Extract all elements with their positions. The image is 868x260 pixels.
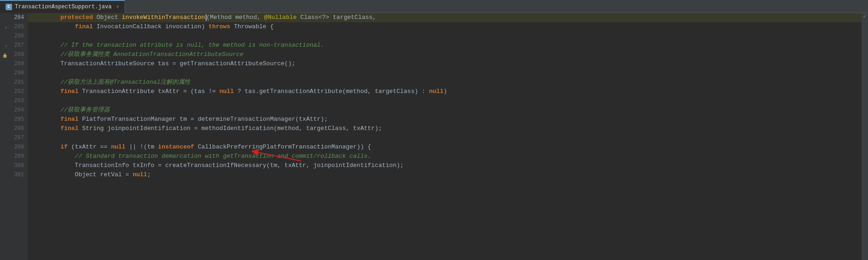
line-number: ▽285 (0, 22, 28, 31)
token: //获取事务属性类 AnnotationTransactionAttribute… (31, 50, 244, 59)
line-number: 294 (0, 105, 28, 115)
code-line: final TransactionAttribute txAttr = (tas… (28, 87, 862, 96)
token: // If the transaction attribute is null,… (31, 41, 324, 50)
fold-icon[interactable]: ▽ (2, 24, 7, 29)
token: final (60, 124, 78, 133)
file-type-icon: C (6, 4, 12, 10)
line-number: 299 (0, 152, 28, 161)
token: final (75, 22, 93, 31)
line-number: 290 (0, 68, 28, 78)
code-line: TransactionAttributeSource tas = getTran… (28, 59, 862, 68)
token: // Standard transaction demarcation with… (31, 152, 371, 161)
line-number: 289 (0, 59, 28, 68)
code-line: final String joinpointIdentification = m… (28, 124, 862, 133)
token: null (220, 87, 234, 96)
token: Object retVal = (31, 170, 132, 180)
code-line: protected Object invokeWithinTransaction… (28, 13, 862, 22)
token: final (60, 87, 78, 96)
token: ) (443, 87, 447, 96)
code-content: protected Object invokeWithinTransaction… (28, 13, 862, 180)
token: null (429, 87, 443, 96)
token: ; (147, 170, 151, 180)
line-number-gutter: 284▽285286▽287🔒2882892902912922932942952… (0, 13, 28, 260)
code-line: // Standard transaction demarcation with… (28, 152, 862, 161)
token: //获取事务管理器 (31, 105, 110, 115)
code-line: TransactionInfo txInfo = createTransacti… (28, 161, 862, 170)
tab-label: TransactionAspectSupport.java (15, 4, 112, 10)
token: Throwable { (230, 22, 274, 31)
token: throws (208, 22, 230, 31)
line-number: 293 (0, 96, 28, 105)
token: TransactionInfo txInfo = createTransacti… (31, 161, 404, 170)
token: //获取方法上面有@Transactional注解的属性 (31, 78, 190, 87)
tab-bar: C TransactionAspectSupport.java × (0, 0, 868, 13)
code-line (28, 96, 862, 105)
token: invokeWithinTransaction (122, 13, 205, 22)
line-number: 284 (0, 13, 28, 22)
token: PlatformTransactionManager tm = determin… (78, 115, 327, 124)
token: Object (93, 13, 122, 22)
code-line (28, 31, 862, 41)
token: InvocationCallback invocation) (93, 22, 209, 31)
token: (txAttr == (68, 142, 111, 152)
token (31, 142, 60, 152)
code-line: //获取事务属性类 AnnotationTransactionAttribute… (28, 50, 862, 59)
fold-icon[interactable]: 🔒 (2, 51, 7, 57)
token (31, 87, 60, 96)
tab-close-icon[interactable]: × (116, 4, 120, 10)
code-line (28, 68, 862, 78)
code-line: final PlatformTransactionManager tm = de… (28, 115, 862, 124)
line-number: 🔒288 (0, 50, 28, 59)
line-number: 300 (0, 161, 28, 170)
line-number: ▽287 (0, 41, 28, 50)
token (31, 115, 60, 124)
code-line (28, 133, 862, 142)
fold-icon[interactable]: ▽ (2, 42, 7, 48)
code-area: 284▽285286▽287🔒2882892902912922932942952… (0, 13, 868, 260)
token: null (132, 170, 147, 180)
code-line: // If the transaction attribute is null,… (28, 41, 862, 50)
token: Class<?> targetClass, (297, 13, 377, 22)
code-line: //获取事务管理器 (28, 105, 862, 115)
line-number: 295 (0, 115, 28, 124)
token (31, 13, 60, 22)
line-number: 292 (0, 87, 28, 96)
code-line: final InvocationCallback invocation) thr… (28, 22, 862, 31)
token: ? tas.getTransactionAttribute(method, ta… (234, 87, 429, 96)
line-number: 286 (0, 31, 28, 41)
token: String joinpointIdentification = methodI… (78, 124, 382, 133)
token: protected (60, 13, 93, 22)
code-line: Object retVal = null; (28, 170, 862, 180)
token: || !(tm (126, 142, 158, 152)
line-number: 297 (0, 133, 28, 142)
code-line: //获取方法上面有@Transactional注解的属性 (28, 78, 862, 87)
line-number: 298 (0, 142, 28, 152)
active-tab[interactable]: C TransactionAspectSupport.java × (0, 0, 125, 13)
line-number: 291 (0, 78, 28, 87)
line-number: 301 (0, 170, 28, 180)
token: if (60, 142, 68, 152)
code-line: if (txAttr == null || !(tm instanceof Ca… (28, 142, 862, 152)
token (31, 22, 75, 31)
token: (Method method, (207, 13, 264, 22)
token: TransactionAttribute txAttr = (tas != (78, 87, 219, 96)
line-number: 296 (0, 124, 28, 133)
token: final (60, 115, 78, 124)
checkmark-icon: ✓ (862, 13, 868, 20)
token: @Nullable (264, 13, 296, 22)
scrollbar[interactable]: ✓ (862, 13, 868, 260)
token: instanceof (158, 142, 194, 152)
token: CallbackPreferringPlatformTransactionMan… (194, 142, 371, 152)
editor-container: C TransactionAspectSupport.java × 284▽28… (0, 0, 868, 260)
token (31, 124, 60, 133)
token: null (111, 142, 126, 152)
token: TransactionAttributeSource tas = getTran… (31, 59, 296, 68)
